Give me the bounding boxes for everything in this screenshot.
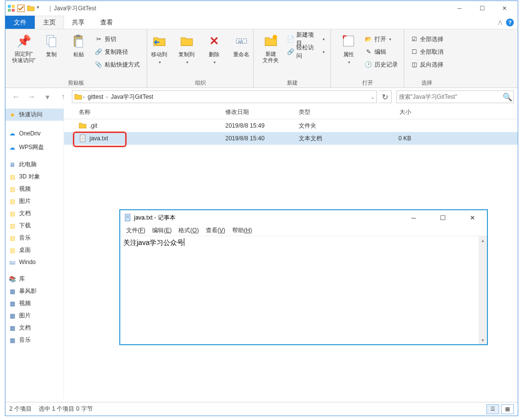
sidebar-item-documents[interactable]: ▧文档	[5, 207, 64, 220]
file-date: 2019/8/8 15:40	[225, 135, 299, 142]
file-menu[interactable]: 文件	[5, 16, 35, 29]
pin-button[interactable]: 📌 固定到" 快速访问"	[12, 31, 36, 64]
sidebar-item-desktop[interactable]: ▧桌面	[5, 244, 64, 256]
sidebar-library[interactable]: 📚库	[5, 273, 64, 285]
notepad-scrollbar[interactable]: ▴ ▾	[479, 236, 487, 344]
notepad-minimize-button[interactable]: ─	[405, 212, 422, 223]
scroll-down-icon[interactable]: ▾	[479, 336, 487, 344]
bc-folder[interactable]: Java学习GitTest	[109, 93, 155, 101]
copy-to-button[interactable]: 复制到▾	[175, 31, 199, 65]
edit-icon: ✎	[365, 48, 373, 56]
col-date[interactable]: 修改日期	[225, 108, 299, 116]
group-label-organize: 组织	[195, 78, 206, 87]
notepad-menu-edit[interactable]: 编辑(E)	[150, 226, 174, 235]
notepad-content: 关注java学习公众号	[123, 239, 184, 246]
star-icon: ★	[8, 111, 16, 119]
edit-button[interactable]: ✎编辑	[364, 46, 399, 58]
sidebar-lib-docs[interactable]: ▦文档	[5, 322, 64, 334]
history-button[interactable]: 🕑历史记录	[364, 59, 399, 70]
new-folder-button[interactable]: 新建 文件夹	[259, 31, 283, 64]
notepad-editor[interactable]: 关注java学习公众号 ▴ ▾	[120, 236, 487, 344]
select-all-button[interactable]: ☑全部选择	[409, 33, 444, 45]
breadcrumb[interactable]: › gittest › Java学习GitTest ⌄	[72, 90, 377, 103]
icons-view-button[interactable]: ▦	[501, 404, 514, 414]
collapse-ribbon-icon[interactable]: ⋀	[498, 20, 502, 25]
minimize-button[interactable]: ─	[448, 1, 471, 16]
cut-icon: ✂	[95, 35, 103, 43]
sidebar-lib-video[interactable]: ▦暴风影	[5, 285, 64, 297]
easy-access-button[interactable]: 🔗轻松访问▾	[286, 46, 326, 58]
checkmark-icon[interactable]	[17, 4, 25, 12]
search-input[interactable]	[397, 93, 502, 100]
file-name-label: java.txt	[89, 135, 108, 142]
paste-button[interactable]: 粘贴	[66, 31, 91, 58]
forward-button[interactable]: →	[25, 90, 39, 104]
qa-dropdown-icon[interactable]: ▾	[37, 4, 44, 12]
svg-rect-8	[76, 35, 80, 37]
column-headers[interactable]: 名称 修改日期 类型 大小	[64, 106, 518, 119]
up-button[interactable]: ↑	[56, 90, 70, 104]
notepad-menu-help[interactable]: 帮助(H)	[230, 226, 254, 235]
sidebar-onedrive[interactable]: ☁OneDriv	[5, 128, 64, 139]
sidebar-item-pictures[interactable]: ▧图片	[5, 195, 64, 207]
notepad-menu-view[interactable]: 查看(V)	[204, 226, 227, 235]
svg-rect-9	[76, 40, 83, 47]
recent-menu[interactable]: ▾	[41, 90, 54, 104]
sidebar-item-windows[interactable]: 🖴Windo	[5, 256, 64, 268]
notepad-close-button[interactable]: ✕	[463, 212, 481, 223]
invert-selection-button[interactable]: ◫反向选择	[409, 59, 444, 70]
close-button[interactable]: ✕	[493, 1, 516, 16]
select-none-button[interactable]: ☐全部取消	[409, 46, 444, 58]
notepad-menu-format[interactable]: 格式(O)	[176, 226, 200, 235]
sidebar-wps[interactable]: ☁WPS网盘	[5, 141, 64, 154]
maximize-button[interactable]: ☐	[471, 1, 493, 16]
breadcrumb-dropdown-icon[interactable]: ⌄	[371, 94, 374, 100]
scroll-up-icon[interactable]: ▴	[479, 236, 487, 244]
sidebar-thispc[interactable]: 🖥此电脑	[5, 158, 64, 171]
move-to-button[interactable]: 移动到▾	[147, 31, 172, 65]
col-type[interactable]: 类型	[299, 108, 372, 116]
properties-button[interactable]: 属性▾	[336, 31, 361, 65]
refresh-button[interactable]: ↻	[379, 90, 392, 103]
tab-home[interactable]: 主页	[35, 16, 64, 29]
search-box[interactable]: 🔍	[396, 90, 514, 103]
status-item-count: 2 个项目	[9, 405, 32, 413]
open-button[interactable]: 📂打开▾	[364, 33, 399, 45]
folder-icon: ▧	[8, 222, 16, 230]
copy-path-button[interactable]: 🔗复制路径	[94, 46, 141, 58]
file-row[interactable]: java.txt 2019/8/8 15:40 文本文档 0 KB	[64, 132, 518, 145]
search-icon[interactable]: 🔍	[502, 92, 513, 102]
sidebar-item-3d[interactable]: ▧3D 对象	[5, 171, 64, 183]
tab-view[interactable]: 查看	[92, 16, 121, 29]
notepad-maximize-button[interactable]: ☐	[434, 212, 452, 223]
folder-qa-icon[interactable]	[27, 4, 35, 12]
group-label-new: 新建	[287, 78, 298, 87]
rename-button[interactable]: ab 重命名	[229, 31, 254, 58]
folder-icon: ▧	[8, 246, 16, 254]
tab-share[interactable]: 共享	[64, 16, 92, 29]
file-row[interactable]: .git 2019/8/8 15:49 文件夹	[64, 119, 518, 132]
delete-icon: ✕	[206, 33, 222, 49]
notepad-icon	[124, 214, 132, 221]
sidebar-item-downloads[interactable]: ▧下载	[5, 220, 64, 232]
notepad-title-text: java.txt - 记事本	[134, 214, 176, 222]
sidebar-item-videos[interactable]: ▧视频	[5, 183, 64, 195]
cut-button[interactable]: ✂剪切	[94, 33, 141, 45]
sidebar-lib-pictures[interactable]: ▦图片	[5, 309, 64, 322]
delete-button[interactable]: ✕ 删除▾	[202, 31, 226, 65]
details-view-button[interactable]: ☰	[486, 404, 499, 414]
group-label-clipboard: 剪贴板	[68, 78, 84, 87]
sidebar-lib-videos2[interactable]: ▦视频	[5, 297, 64, 309]
bc-root[interactable]: gittest	[86, 93, 105, 100]
copy-button[interactable]: 复制	[39, 31, 64, 58]
paste-icon	[71, 33, 87, 49]
paste-shortcut-button[interactable]: 📎粘贴快捷方式	[94, 59, 141, 70]
sidebar-lib-music[interactable]: ▦音乐	[5, 334, 64, 346]
col-name[interactable]: 名称	[64, 108, 225, 116]
sidebar-quick-access[interactable]: ★快速访问	[5, 109, 64, 121]
back-button[interactable]: ←	[9, 90, 23, 104]
sidebar-item-music[interactable]: ▧音乐	[5, 232, 64, 244]
notepad-menu-file[interactable]: 文件(F)	[124, 226, 147, 235]
help-icon[interactable]: ?	[506, 19, 514, 26]
col-size[interactable]: 大小	[372, 108, 416, 116]
